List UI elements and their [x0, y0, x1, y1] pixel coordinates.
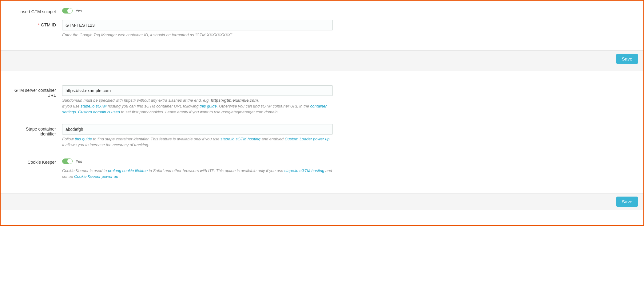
link-custom-domain[interactable]: Custom domain is used: [78, 110, 120, 114]
link-stape-hosting[interactable]: stape.io sGTM: [81, 104, 107, 108]
link-custom-loader[interactable]: Custom Loader power up: [285, 137, 330, 141]
insert-snippet-toggle[interactable]: Yes: [62, 8, 82, 14]
toggle-icon: [62, 8, 73, 14]
section2-footer: Save: [1, 193, 643, 210]
row-stape-id: Stape container identifier Follow this g…: [10, 124, 634, 148]
link-this-guide-url[interactable]: this guide: [200, 104, 217, 108]
server-url-help: Subdomain must be specified with https:/…: [62, 98, 333, 115]
insert-snippet-state: Yes: [76, 9, 82, 13]
row-insert-snippet: Insert GTM snippet Yes: [10, 7, 634, 14]
cookie-keeper-toggle[interactable]: Yes: [62, 158, 82, 164]
row-gtm-id: *GTM ID Enter the Google Tag Manager web…: [10, 20, 634, 38]
gtm-id-help: Enter the Google Tag Manager web contain…: [62, 32, 333, 38]
toggle-icon: [62, 158, 73, 164]
link-cookie-keeper-powerup[interactable]: Cookie Keeper power up: [74, 174, 118, 179]
stape-id-label: Stape container identifier: [10, 124, 62, 136]
link-stape-hosting-2[interactable]: stape.io sGTM hosting: [221, 137, 260, 141]
gtm-id-label: *GTM ID: [10, 20, 62, 27]
row-cookie-keeper: Cookie Keeper Yes Cookie Keeper is used …: [10, 157, 634, 180]
link-prolong-cookie[interactable]: prolong cookie lifetime: [108, 168, 148, 173]
stape-id-help: Follow this guide to find stape containe…: [62, 136, 333, 148]
section1-footer: Save: [1, 50, 643, 67]
cookie-keeper-label: Cookie Keeper: [10, 157, 62, 165]
cookie-keeper-help: Cookie Keeper is used to prolong cookie …: [62, 168, 333, 180]
link-stape-hosting-3[interactable]: stape.io sGTM hosting: [284, 168, 324, 173]
server-url-input[interactable]: [62, 85, 333, 96]
server-section: GTM server container URL Subdomain must …: [1, 79, 643, 193]
section-gap: [1, 67, 643, 71]
row-server-url: GTM server container URL Subdomain must …: [10, 85, 634, 115]
gtm-id-input[interactable]: [62, 20, 333, 30]
link-this-guide-stape[interactable]: this guide: [75, 137, 92, 141]
settings-panel: Insert GTM snippet Yes *GTM ID Enter the…: [0, 0, 644, 226]
server-url-label: GTM server container URL: [10, 85, 62, 98]
gtm-snippet-section: Insert GTM snippet Yes *GTM ID Enter the…: [1, 1, 643, 50]
insert-snippet-label: Insert GTM snippet: [10, 7, 62, 14]
cookie-keeper-state: Yes: [76, 159, 82, 164]
save-button[interactable]: Save: [616, 54, 638, 64]
save-button[interactable]: Save: [616, 197, 638, 207]
stape-id-input[interactable]: [62, 124, 333, 135]
